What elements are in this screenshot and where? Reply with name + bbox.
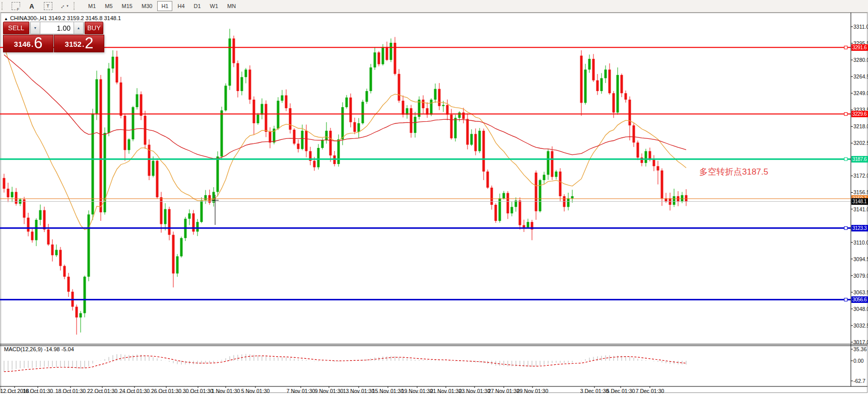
candle-body	[172, 235, 175, 274]
date-label: 5 Dec 01:30	[607, 388, 635, 394]
chart-window[interactable]: ▲CHINA300-,H1 3149.2 3159.2 3145.8 3148.…	[0, 13, 868, 399]
candle-body	[265, 104, 268, 132]
candle-body	[547, 151, 550, 175]
date-label: 27 Nov 01:30	[488, 388, 519, 394]
sell-button[interactable]: SELL	[3, 22, 29, 34]
candle-body	[543, 175, 546, 180]
candle-body	[217, 156, 219, 192]
candle-body	[297, 143, 300, 149]
ma-fast-line	[4, 46, 686, 230]
candle-body	[140, 94, 143, 116]
date-label: 15 Nov 01:30	[372, 388, 404, 394]
drawing-tools-button[interactable]: ↔ ▼	[57, 1, 71, 12]
candle-body	[47, 229, 50, 245]
price-tag-3123.3[interactable]: 3123.3	[851, 225, 868, 231]
candle-body	[27, 218, 30, 232]
candle-body	[76, 307, 78, 317]
candle-body	[55, 250, 58, 256]
timeframe-button-m5[interactable]: M5	[101, 1, 116, 11]
candle-body	[390, 43, 392, 60]
timeframe-group: M1M5M15M30H1H4D1W1MN	[84, 1, 240, 11]
candle-body	[414, 117, 417, 133]
sell-price-pip: 6	[34, 36, 42, 51]
toolbar-grip[interactable]	[2, 2, 5, 10]
candle-body	[487, 172, 489, 188]
price-chart-canvas[interactable]	[0, 13, 868, 399]
candle-body	[289, 108, 292, 130]
candle-body	[68, 277, 70, 292]
candle-body	[362, 102, 364, 123]
buy-price-tile[interactable]: 3152.2	[54, 35, 104, 52]
candle-body	[342, 107, 344, 139]
candle-body	[653, 159, 655, 166]
volume-increase-button[interactable]: ▲	[74, 22, 84, 34]
candle-body	[313, 161, 316, 168]
hline-handle[interactable]	[844, 226, 847, 229]
candle-body	[63, 266, 66, 277]
sell-price-tile[interactable]: 3146.6	[3, 35, 53, 52]
candle-body	[422, 100, 425, 108]
hline-handle[interactable]	[844, 298, 847, 301]
candle-body	[233, 38, 235, 63]
macd-tick-label: -62.7	[853, 378, 865, 384]
date-label: 21 Nov 01:30	[430, 388, 461, 394]
toolbar-grip[interactable]	[74, 2, 77, 10]
volume-input[interactable]	[40, 22, 74, 34]
candle-body	[637, 142, 639, 157]
candle-body	[370, 67, 372, 91]
date-label: 9 Nov 01:30	[315, 388, 344, 394]
price-tick-label: 3311.0	[853, 24, 868, 30]
hline-handle[interactable]	[844, 157, 847, 161]
price-tag-3291.6[interactable]: 3291.6	[851, 44, 868, 51]
collapse-triangle-icon[interactable]: ▲	[4, 17, 8, 21]
price-tag-3148.1[interactable]: 3148.1	[851, 198, 868, 205]
date-label: 5 Nov 01:30	[241, 388, 270, 394]
text-a-icon[interactable]: A	[25, 1, 39, 12]
volume-decrease-button[interactable]: ▼	[30, 22, 40, 34]
date-label: 16 Oct 01:30	[23, 388, 53, 394]
timeframe-button-h4[interactable]: H4	[173, 1, 188, 11]
hline-handle[interactable]	[844, 46, 847, 49]
buy-price-int: 3152	[65, 38, 82, 51]
candle-body	[261, 104, 263, 115]
candle-body	[124, 116, 126, 150]
buy-button[interactable]: BUY	[85, 22, 103, 34]
price-tick-label: 3141.0	[853, 206, 868, 212]
chart-window-border	[1, 13, 867, 393]
price-tag-3187.6[interactable]: 3187.6	[851, 156, 868, 163]
timeframe-button-w1[interactable]: W1	[206, 1, 223, 11]
candle-body	[600, 78, 603, 91]
candle-body	[321, 140, 324, 148]
candle-body	[329, 131, 332, 155]
macd-tick-label: 35.36	[853, 346, 866, 352]
candle-body	[609, 69, 611, 93]
timeframe-button-m1[interactable]: M1	[84, 1, 100, 11]
candle-body	[527, 222, 529, 227]
timeframe-button-d1[interactable]: D1	[190, 1, 205, 11]
trend-annotation[interactable]: 多空转折点3187.5	[699, 166, 768, 178]
timeframe-button-m15[interactable]: M15	[118, 1, 137, 11]
candle-body	[584, 69, 587, 103]
candle-body	[152, 161, 155, 176]
candle-body	[495, 205, 497, 221]
price-tick-label: 3202.5	[853, 140, 868, 146]
price-tag-3229.6[interactable]: 3229.6	[851, 111, 868, 117]
timeframe-button-mn[interactable]: MN	[223, 1, 240, 11]
template-tool-button[interactable]: F	[9, 1, 23, 12]
candle-body	[281, 95, 284, 101]
price-tag-3056.6[interactable]: 3056.6	[851, 296, 868, 303]
chart-ohlc-title: ▲CHINA300-,H1 3149.2 3159.2 3145.8 3148.…	[4, 15, 121, 21]
candle-body	[378, 52, 380, 64]
candle-body	[366, 91, 368, 102]
candle-body	[7, 189, 10, 197]
candle-body	[180, 238, 183, 256]
hline-handle[interactable]	[844, 113, 847, 116]
candle-body	[410, 108, 413, 133]
candle-body	[100, 79, 102, 212]
timeframe-button-h1[interactable]: H1	[157, 1, 172, 11]
text-label-tool-button[interactable]: T	[41, 1, 55, 12]
mt4-terminal: { "toolbar": { "icons": {"f":"F","a":"A"…	[0, 0, 868, 399]
timeframe-button-m30[interactable]: M30	[138, 1, 156, 11]
candle-body	[164, 209, 167, 224]
candle-body	[301, 131, 304, 149]
